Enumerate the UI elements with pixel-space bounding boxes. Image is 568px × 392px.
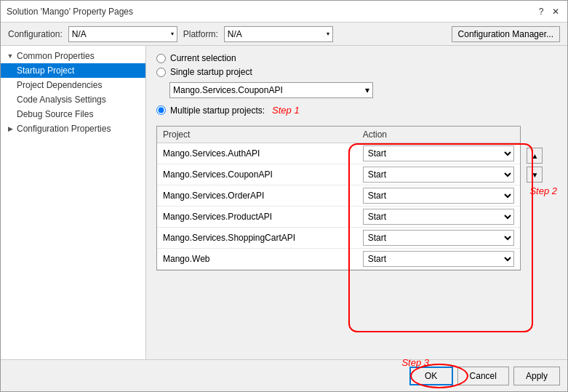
window-title: Solution 'Mango' Property Pages [7, 7, 133, 17]
action-cell: NoneStartStart without debugging [357, 249, 521, 270]
title-controls: ? ✕ [535, 6, 561, 17]
table-row: Mango.Services.ProductAPINoneStartStart … [157, 207, 520, 228]
radio-multiple-startup-label[interactable]: Multiple startup projects: [170, 105, 265, 116]
step1-annotation: Step 1 [272, 105, 300, 116]
config-value: N/A [72, 29, 87, 39]
radio-single-startup-row: Single startup project [156, 67, 557, 77]
close-button[interactable]: ✕ [550, 6, 561, 17]
action-select[interactable]: NoneStartStart without debugging [363, 209, 515, 225]
expand-icon: ▼ [5, 51, 15, 61]
config-bar: Configuration: N/A ▾ Platform: N/A ▾ Con… [1, 23, 567, 46]
sidebar-item-project-dependencies-label: Project Dependencies [17, 80, 102, 90]
platform-label: Platform: [183, 29, 218, 39]
project-cell: Mango.Services.OrderAPI [157, 185, 357, 207]
config-dropdown-arrow-icon: ▾ [171, 31, 174, 37]
radio-current-selection-row: Current selection [156, 53, 557, 63]
sidebar-item-startup-project[interactable]: Startup Project [1, 63, 145, 78]
single-project-value: Mango.Services.CouponAPI [173, 85, 283, 95]
radio-group: Current selection Single startup project… [156, 53, 557, 120]
project-cell: Mango.Services.CouponAPI [157, 164, 357, 185]
sidebar-group-config-properties-label: Configuration Properties [17, 124, 111, 134]
move-down-button[interactable]: ▼ [527, 167, 543, 183]
single-project-arrow-icon: ▾ [365, 85, 369, 95]
action-select[interactable]: NoneStartStart without debugging [363, 188, 515, 204]
ok-button[interactable]: OK [409, 367, 453, 385]
table-row: Mango.WebNoneStartStart without debuggin… [157, 249, 520, 270]
step3-annotation: Step 3 [401, 357, 429, 368]
project-cell: Mango.Services.AuthAPI [157, 143, 357, 164]
apply-button[interactable]: Apply [513, 367, 560, 385]
project-cell: Mango.Services.ProductAPI [157, 207, 357, 228]
sidebar-group-common-properties[interactable]: ▼ Common Properties [1, 49, 145, 63]
action-select[interactable]: NoneStartStart without debugging [363, 230, 515, 246]
project-cell: Mango.Web [157, 249, 357, 270]
table-row: Mango.Services.AuthAPINoneStartStart wit… [157, 143, 520, 164]
action-select[interactable]: NoneStartStart without debugging [363, 167, 515, 183]
sidebar-item-startup-project-label: Startup Project [17, 65, 74, 76]
action-cell: NoneStartStart without debugging [357, 185, 521, 207]
step2-annotation: Step 2 [529, 185, 557, 196]
property-pages-window: Solution 'Mango' Property Pages ? ✕ Conf… [0, 0, 568, 392]
table-with-arrows: Project Action Mango.Services.AuthAPINon… [156, 126, 557, 352]
action-cell: NoneStartStart without debugging [357, 164, 521, 185]
projects-table-container: Project Action Mango.Services.AuthAPINon… [156, 126, 521, 271]
move-up-button[interactable]: ▲ [527, 148, 543, 164]
radio-multiple-startup[interactable] [156, 105, 166, 115]
title-bar: Solution 'Mango' Property Pages ? ✕ [1, 1, 567, 23]
action-cell: NoneStartStart without debugging [357, 207, 521, 228]
expand-right-icon: ▶ [5, 124, 15, 134]
bottom-bar: Step 3 OK Cancel Apply [1, 359, 567, 391]
table-row: Mango.Services.CouponAPINoneStartStart w… [157, 164, 520, 185]
main-content: ▼ Common Properties Startup Project Proj… [1, 46, 567, 359]
action-select[interactable]: NoneStartStart without debugging [363, 251, 515, 267]
platform-value: N/A [228, 29, 242, 39]
radio-single-startup[interactable] [156, 68, 166, 77]
sidebar-common-properties-group: ▼ Common Properties Startup Project Proj… [1, 49, 145, 121]
platform-dropdown-arrow-icon: ▾ [327, 31, 329, 37]
col-project-header: Project [157, 127, 357, 143]
cancel-button[interactable]: Cancel [457, 367, 509, 385]
table-row: Mango.Services.OrderAPINoneStartStart wi… [157, 185, 520, 207]
radio-current-selection[interactable] [156, 54, 166, 63]
sidebar-group-common-properties-label: Common Properties [17, 51, 95, 61]
sidebar-configuration-properties-group: ▶ Configuration Properties [1, 121, 145, 136]
single-project-dropdown[interactable]: Mango.Services.CouponAPI ▾ [169, 82, 373, 98]
config-dropdown[interactable]: N/A ▾ [68, 26, 177, 42]
sidebar-item-project-dependencies[interactable]: Project Dependencies [1, 78, 145, 92]
multiple-startup-row: Multiple startup projects: Step 1 [156, 105, 557, 116]
sidebar-item-debug-source-label: Debug Source Files [17, 109, 93, 119]
action-select[interactable]: NoneStartStart without debugging [363, 145, 515, 161]
sidebar-item-debug-source-files[interactable]: Debug Source Files [1, 107, 145, 121]
col-action-header: Action [357, 127, 521, 143]
arrow-buttons: ▲ ▼ Step 2 [527, 126, 557, 196]
sidebar-group-config-properties[interactable]: ▶ Configuration Properties [1, 121, 145, 136]
project-cell: Mango.Services.ShoppingCartAPI [157, 228, 357, 249]
platform-dropdown[interactable]: N/A ▾ [224, 26, 333, 42]
table-row: Mango.Services.ShoppingCartAPINoneStartS… [157, 228, 520, 249]
config-label: Configuration: [8, 29, 63, 39]
config-manager-button[interactable]: Configuration Manager... [452, 26, 560, 42]
sidebar: ▼ Common Properties Startup Project Proj… [1, 46, 146, 359]
action-cell: NoneStartStart without debugging [357, 143, 521, 164]
projects-table: Project Action Mango.Services.AuthAPINon… [157, 127, 520, 270]
action-cell: NoneStartStart without debugging [357, 228, 521, 249]
radio-single-startup-label[interactable]: Single startup project [170, 67, 252, 77]
sidebar-item-code-analysis-label: Code Analysis Settings [17, 95, 106, 105]
radio-current-selection-label[interactable]: Current selection [170, 53, 236, 63]
content-panel: Current selection Single startup project… [146, 46, 567, 359]
sidebar-item-code-analysis-settings[interactable]: Code Analysis Settings [1, 92, 145, 107]
help-button[interactable]: ? [535, 6, 547, 17]
